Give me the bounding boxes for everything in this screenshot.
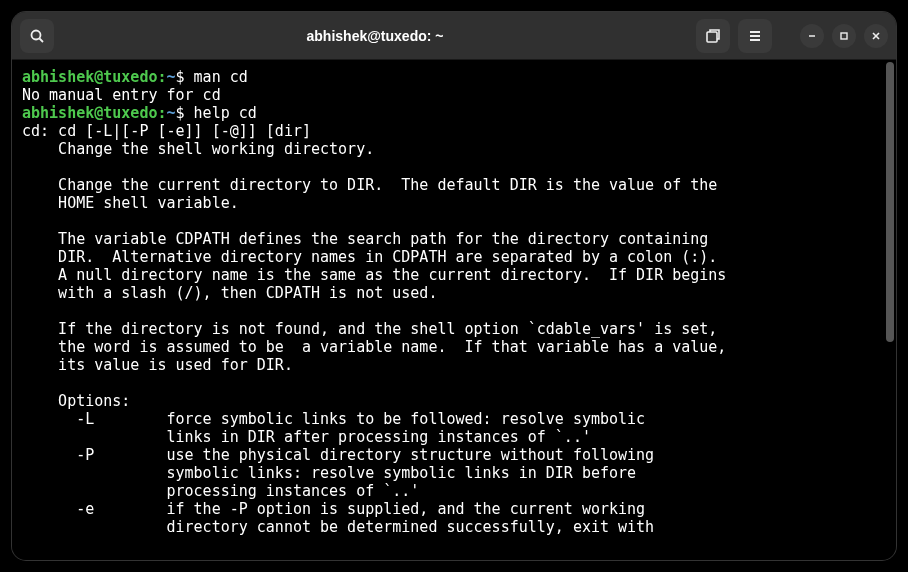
prompt-symbol: $ [176, 104, 185, 122]
help-line: with a slash (/), then CDPATH is not use… [22, 284, 437, 302]
help-line: -e if the -P option is supplied, and the… [22, 500, 645, 518]
prompt-path: ~ [167, 104, 176, 122]
window-title: abhishek@tuxedo: ~ [62, 28, 688, 44]
help-line: If the directory is not found, and the s… [22, 320, 717, 338]
maximize-icon [839, 31, 849, 41]
help-line [22, 302, 58, 320]
help-line: its value is used for DIR. [22, 356, 293, 374]
svg-rect-7 [841, 33, 847, 39]
help-line: cd: cd [-L|[-P [-e]] [-@]] [dir] [22, 122, 311, 140]
help-line: The variable CDPATH defines the search p… [22, 230, 708, 248]
command-1: man cd [194, 68, 248, 86]
help-line: symbolic links: resolve symbolic links i… [22, 464, 636, 482]
prompt-user: abhishek@tuxedo [22, 104, 157, 122]
prompt-symbol: $ [176, 68, 185, 86]
help-line: DIR. Alternative directory names in CDPA… [22, 248, 717, 266]
help-line: links in DIR after processing instances … [22, 428, 591, 446]
help-line: -L force symbolic links to be followed: … [22, 410, 645, 428]
help-line: A null directory name is the same as the… [22, 266, 726, 284]
output-line: No manual entry for cd [22, 86, 221, 104]
help-line [22, 374, 58, 392]
help-line [22, 158, 58, 176]
search-icon [29, 28, 45, 44]
svg-point-0 [32, 30, 41, 39]
menu-button[interactable] [738, 19, 772, 53]
search-button[interactable] [20, 19, 54, 53]
help-line: Options: [22, 392, 130, 410]
new-tab-button[interactable] [696, 19, 730, 53]
close-icon [871, 31, 881, 41]
terminal-window: abhishek@tuxedo: ~ [12, 12, 896, 560]
scrollbar[interactable] [886, 62, 894, 342]
help-line: Change the current directory to DIR. The… [22, 176, 717, 194]
svg-rect-2 [707, 32, 717, 42]
help-line: processing instances of `..' [22, 482, 419, 500]
help-line: HOME shell variable. [22, 194, 239, 212]
minimize-icon [807, 31, 817, 41]
command-2: help cd [194, 104, 257, 122]
titlebar: abhishek@tuxedo: ~ [12, 12, 896, 60]
svg-line-1 [40, 38, 44, 42]
close-button[interactable] [864, 24, 888, 48]
help-line [22, 212, 58, 230]
new-tab-icon [705, 28, 721, 44]
prompt-colon: : [157, 104, 166, 122]
prompt-path: ~ [167, 68, 176, 86]
help-line: directory cannot be determined successfu… [22, 518, 654, 536]
help-line: the word is assumed to be a variable nam… [22, 338, 726, 356]
help-line: Change the shell working directory. [22, 140, 374, 158]
hamburger-icon [747, 28, 763, 44]
terminal-content[interactable]: abhishek@tuxedo:~$ man cd No manual entr… [12, 60, 896, 560]
prompt-colon: : [157, 68, 166, 86]
prompt-user: abhishek@tuxedo [22, 68, 157, 86]
maximize-button[interactable] [832, 24, 856, 48]
terminal-text: abhishek@tuxedo:~$ man cd No manual entr… [22, 68, 886, 536]
minimize-button[interactable] [800, 24, 824, 48]
help-line: -P use the physical directory structure … [22, 446, 654, 464]
